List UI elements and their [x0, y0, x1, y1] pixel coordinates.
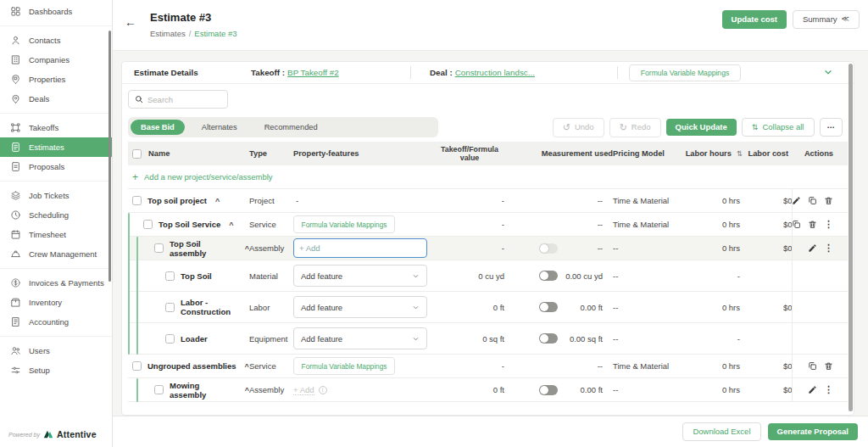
- edit-icon[interactable]: [808, 385, 817, 394]
- app-root: DashboardsContactsCompaniesPropertiesDea…: [0, 0, 868, 447]
- search-box[interactable]: [128, 90, 228, 109]
- tab-base-bid[interactable]: Base Bid: [131, 120, 185, 135]
- measurement-toggle[interactable]: [539, 243, 558, 254]
- duplicate-icon[interactable]: [792, 220, 801, 229]
- sidebar-item-users[interactable]: Users: [0, 341, 112, 360]
- more-actions-button[interactable]: ⋯: [820, 118, 843, 137]
- chevron-down-icon[interactable]: [823, 67, 833, 77]
- sidebar-item-job-tickets[interactable]: Job Tickets: [0, 186, 112, 205]
- sidebar-item-crew-management[interactable]: Crew Management: [0, 244, 112, 264]
- formula-variable-mappings-row-button[interactable]: Formula Variable Mappings: [293, 357, 395, 375]
- breadcrumb: Estimates/Estimate #3: [150, 29, 237, 38]
- toggle-knob: [540, 334, 548, 343]
- sidebar-item-label: Users: [29, 346, 50, 355]
- measurement-value: 0.00 ft: [558, 385, 613, 394]
- sidebar-item-scheduling[interactable]: Scheduling: [0, 205, 112, 225]
- collapse-caret-icon[interactable]: ^: [245, 362, 249, 371]
- add-feature-dropdown[interactable]: Add feature: [293, 327, 427, 349]
- collapse-all-button[interactable]: ⇅ Collapse all: [742, 118, 815, 137]
- sidebar-item-proposals[interactable]: Proposals: [0, 157, 112, 176]
- sidebar-group: Job TicketsSchedulingTimesheetCrew Manag…: [0, 181, 112, 264]
- search-input[interactable]: [147, 95, 215, 104]
- labor-hours-value: -: [679, 271, 743, 281]
- update-cost-button[interactable]: Update cost: [722, 10, 787, 29]
- takeoff-link[interactable]: BP Takeoff #2: [287, 68, 338, 77]
- kebab-menu-icon[interactable]: ⋮: [824, 243, 833, 253]
- sidebar-item-deals[interactable]: Deals: [0, 89, 112, 109]
- pricing-model-cell: --: [613, 378, 679, 401]
- row-checkbox[interactable]: [165, 334, 175, 344]
- row-checkbox[interactable]: [165, 303, 175, 312]
- sidebar-item-label: Deals: [29, 94, 49, 103]
- collapse-caret-icon[interactable]: ^: [229, 221, 233, 229]
- formula-variable-mappings-button[interactable]: Formula Variable Mappings: [629, 64, 741, 81]
- powered-by: Powered by Attentive: [8, 429, 97, 439]
- row-checkbox[interactable]: [165, 271, 175, 281]
- redo-button[interactable]: ↻ Redo: [609, 118, 661, 137]
- main-scrollbar[interactable]: [849, 64, 853, 411]
- labor-cost-value: $0: [783, 361, 792, 371]
- labor-hours-cell: 0 hrs: [679, 189, 743, 212]
- duplicate-icon[interactable]: [808, 196, 817, 205]
- sidebar-item-dashboards[interactable]: Dashboards: [0, 2, 112, 21]
- row-checkbox[interactable]: [154, 385, 164, 394]
- sidebar-group: ContactsCompaniesPropertiesDeals: [0, 25, 112, 109]
- row-checkbox[interactable]: [143, 220, 153, 229]
- sidebar-item-companies[interactable]: Companies: [0, 50, 112, 70]
- download-excel-button[interactable]: Download Excel: [682, 422, 760, 441]
- breadcrumb-estimates[interactable]: Estimates: [150, 29, 186, 38]
- name-cell: Loader: [128, 323, 249, 354]
- add-feature-dropdown[interactable]: Add feature: [293, 296, 427, 318]
- tab-recommended[interactable]: Recommended: [254, 120, 328, 135]
- sidebar-item-properties[interactable]: Properties: [0, 70, 112, 89]
- back-button[interactable]: ←: [125, 15, 136, 29]
- undo-button[interactable]: ↺ Undo: [553, 118, 604, 137]
- actions-cell: [792, 260, 840, 291]
- measurement-toggle[interactable]: [539, 302, 558, 312]
- scheduling-icon: [10, 210, 21, 221]
- sidebar-item-accounting[interactable]: Accounting: [0, 312, 112, 332]
- add-feature-dropdown[interactable]: Add feature: [293, 265, 427, 287]
- generate-proposal-button[interactable]: Generate Proposal: [768, 423, 858, 440]
- row-checkbox[interactable]: [132, 361, 142, 371]
- sidebar-item-contacts[interactable]: Contacts: [0, 31, 112, 50]
- double-chevron-left-icon: ≪: [842, 15, 849, 23]
- sidebar-group: UsersSetup: [0, 336, 112, 380]
- sidebar-item-inventory[interactable]: Inventory: [0, 293, 112, 312]
- select-all-checkbox[interactable]: [132, 149, 142, 159]
- delete-icon[interactable]: [824, 196, 833, 205]
- sidebar-group: TakeoffsEstimatesProposals: [0, 113, 112, 176]
- toggle-knob: [540, 244, 548, 253]
- topbar: ← Estimate #3 Estimates/Estimate #3 Upda…: [113, 0, 868, 51]
- summary-toggle-button[interactable]: Summary ≪: [793, 10, 860, 29]
- sidebar-item-invoices-payments[interactable]: Invoices & Payments: [0, 273, 112, 293]
- deal-link[interactable]: Construction landsc...: [455, 68, 535, 77]
- add-feature-input[interactable]: + Add: [293, 238, 427, 258]
- edit-icon[interactable]: [808, 243, 817, 253]
- delete-icon[interactable]: [824, 361, 833, 371]
- kebab-menu-icon[interactable]: ⋮: [824, 385, 833, 394]
- sidebar-item-estimates[interactable]: Estimates: [0, 137, 112, 157]
- measurement-toggle[interactable]: [539, 385, 558, 395]
- column-header-labor-hours[interactable]: Labor hours⇅: [679, 142, 743, 165]
- add-project-row[interactable]: + Add a new project/service/assembly: [128, 165, 848, 189]
- measurement-toggle[interactable]: [539, 333, 558, 344]
- sidebar-item-takeoffs[interactable]: Takeoffs: [0, 118, 112, 137]
- quick-update-button[interactable]: Quick Update: [666, 119, 737, 136]
- edit-icon[interactable]: [792, 196, 801, 205]
- measurement-wrap: 0.00 cu yd: [508, 260, 613, 291]
- row-checkbox[interactable]: [132, 196, 142, 205]
- delete-icon[interactable]: [808, 220, 817, 229]
- formula-variable-mappings-row-button[interactable]: Formula Variable Mappings: [293, 215, 395, 233]
- row-checkbox[interactable]: [154, 243, 164, 253]
- sidebar-item-timesheet[interactable]: Timesheet: [0, 225, 112, 244]
- kebab-menu-icon[interactable]: ⋮: [824, 220, 833, 229]
- duplicate-icon[interactable]: [808, 361, 817, 371]
- tab-alternates[interactable]: Alternates: [192, 120, 248, 135]
- measurement-wrap: 0.00 sq ft: [508, 323, 613, 354]
- search-icon: [135, 95, 143, 103]
- collapse-caret-icon[interactable]: ^: [215, 197, 220, 205]
- sidebar-scrollbar[interactable]: [108, 31, 111, 282]
- sidebar-item-setup[interactable]: Setup: [0, 360, 112, 380]
- measurement-toggle[interactable]: [539, 271, 558, 281]
